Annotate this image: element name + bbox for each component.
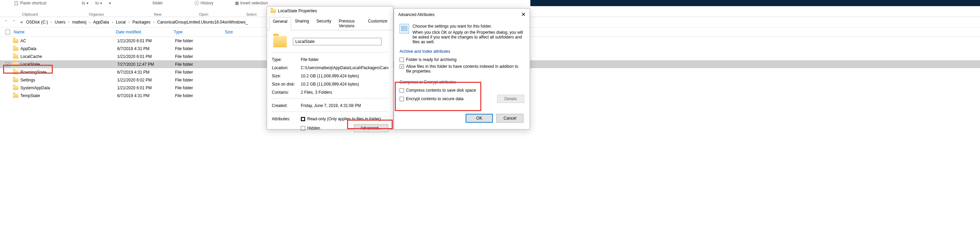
ribbon-group-select: Select [246,12,257,17]
row-type: File folder [175,86,226,90]
chevron-right-icon: › [88,20,91,24]
new-folder-button[interactable]: folder [151,0,165,6]
select-all-checkbox[interactable] [5,30,10,34]
row-date: 1/21/2020 6:01 PM [117,54,175,59]
hidden-checkbox[interactable] [301,126,305,130]
delete-button[interactable]: ▾ [107,0,113,6]
folder-icon [273,36,287,48]
row-type: File folder [175,78,226,83]
properties-body: Type:File folder Location:C:\Users\mattw… [267,30,393,141]
crumb[interactable]: mattwoj [71,19,88,25]
prop-label: Size: [272,73,301,78]
intro-text: When you click OK or Apply on the Proper… [412,30,524,44]
ribbon-group-clipboard: Clipboard [22,12,38,17]
close-icon[interactable]: ✕ [521,11,526,18]
tab-customize[interactable]: Customize [364,17,391,30]
properties-tabs: General Sharing Security Previous Versio… [267,17,393,30]
index-label: Allow files in this folder to have conte… [406,64,524,73]
encrypt-checkbox[interactable] [399,97,404,101]
chevron-right-icon: › [67,20,70,24]
dialog-title-bar[interactable]: Advanced Attributes ✕ [394,8,530,21]
column-size[interactable]: Size [225,30,259,34]
dialog-title: LocalState Properties [278,8,317,13]
invert-selection-button[interactable]: ▦ Invert selection [233,0,270,6]
row-date: 1/21/2020 6:01 PM [117,86,175,90]
ok-button[interactable]: OK [466,114,493,123]
ribbon-group-new: New [154,12,161,17]
row-name: AC [21,38,117,43]
cancel-button[interactable]: Cancel [496,114,523,123]
row-type: File folder [175,38,226,43]
row-date: 7/27/2020 12:47 PM [117,62,175,67]
attributes-icon [399,24,409,33]
index-checkbox[interactable]: ✓ [399,64,404,69]
column-type[interactable]: Type [174,30,225,34]
row-checkbox[interactable]: ✓ [5,62,10,67]
row-name: RoamingState [21,70,117,75]
prop-label: Size on disk: [272,82,301,87]
dialog-title-bar[interactable]: LocalState Properties [267,6,393,15]
prop-label: Contains: [272,90,301,95]
copy-to-button[interactable]: to ▾ [93,0,104,6]
advanced-attributes-dialog: Advanced Attributes ✕ Choose the setting… [394,8,530,129]
prop-value: 2 Files, 3 Folders [301,90,388,95]
prop-label: Attributes: [272,116,301,132]
row-type: File folder [175,46,226,51]
crumb[interactable]: OSDisk (C:) [25,19,49,25]
archive-label: Folder is ready for archiving [406,57,457,62]
archive-checkbox[interactable] [399,57,404,62]
chevron-right-icon: › [111,20,114,24]
crumb[interactable]: AppData [92,19,110,25]
folder-name-input[interactable] [293,38,382,45]
crumb[interactable]: Packages [131,19,152,25]
column-date[interactable]: Date modified [116,30,174,34]
properties-dialog: LocalState Properties General Sharing Se… [267,6,393,129]
ribbon-group-organize: Organize [89,12,104,17]
intro-text: Choose the settings you want for this fo… [412,24,524,29]
paste-shortcut-icon: 📋 [14,1,19,5]
crumb[interactable]: CanonicalGroupLimited.Ubuntu18.04onWindo… [156,19,249,25]
row-type: File folder [175,54,226,59]
row-name: LocalCache [21,54,117,59]
crumb[interactable]: Local [115,19,127,25]
crumb[interactable]: Users [54,19,67,25]
row-date: 1/21/2020 6:02 PM [117,78,175,83]
chevron-right-icon: › [152,20,155,24]
prop-value: File folder [301,57,388,62]
chevron-right-icon: › [128,20,130,24]
breadcrumb[interactable]: « OSDisk (C:)› Users› mattwoj› AppData› … [19,19,249,25]
prop-label: Location: [272,65,301,70]
crumb-root[interactable]: « [19,19,24,25]
invert-selection-icon: ▦ [235,1,239,5]
tab-previous-versions[interactable]: Previous Versions [335,17,364,30]
tab-sharing[interactable]: Sharing [291,17,313,30]
nav-down-button[interactable]: ˅ [11,19,17,25]
section-title: Archive and Index attributes [399,49,524,54]
row-name: LocalState [21,62,117,67]
row-name: Settings [21,78,117,83]
encrypt-label: Encrypt contents to secure data [406,96,464,101]
row-date: 1/21/2020 6:01 PM [117,38,175,43]
prop-value: 10.2 GB (11,008,999,424 bytes) [301,82,388,87]
history-icon: 🕘 [194,1,199,5]
row-name: TempState [21,93,117,98]
dialog-title: Advanced Attributes [398,12,435,17]
row-name: SystemAppData [21,86,117,90]
details-button[interactable]: Details [497,95,524,103]
move-to-button[interactable]: to ▾ [80,0,91,6]
tab-general[interactable]: General [269,17,291,30]
history-button[interactable]: 🕘 History [192,0,215,6]
nav-up-button[interactable]: ˄ [3,19,9,25]
folder-icon [13,94,18,98]
folder-icon [13,78,18,82]
compress-checkbox[interactable] [399,88,404,93]
paste-shortcut-label: Paste shortcut [20,1,46,5]
prop-label: Created: [272,103,301,108]
tab-security[interactable]: Security [313,17,335,30]
row-date: 6/7/2019 4:31 PM [117,93,175,98]
advanced-button[interactable]: Advanced... [354,124,388,132]
column-name[interactable]: Name [0,30,116,34]
folder-icon [13,86,18,90]
readonly-checkbox[interactable] [301,117,305,121]
paste-shortcut-button[interactable]: 📋 Paste shortcut [11,0,48,6]
